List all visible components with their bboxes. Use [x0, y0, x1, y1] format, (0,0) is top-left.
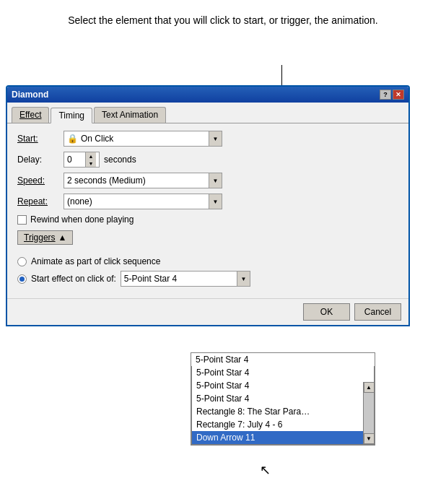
- triggers-label: Triggers: [24, 233, 56, 243]
- scroll-down-button[interactable]: ▼: [364, 433, 375, 444]
- speed-value: 2 seconds (Medium): [67, 175, 219, 186]
- click-of-dropdown-arrow[interactable]: [237, 271, 250, 286]
- click-of-select[interactable]: 5-Point Star 4: [121, 271, 250, 287]
- click-of-label: Start effect on click of:: [31, 274, 116, 284]
- repeat-row: Repeat: (none): [17, 194, 398, 209]
- scroll-track: [364, 393, 374, 433]
- speed-select[interactable]: 2 seconds (Medium): [64, 173, 222, 188]
- repeat-value: (none): [67, 196, 219, 207]
- rewind-checkbox[interactable]: [17, 215, 27, 225]
- help-button[interactable]: ?: [380, 90, 391, 100]
- triggers-button[interactable]: Triggers ▲: [17, 230, 73, 245]
- tab-effect[interactable]: Effect: [12, 107, 49, 123]
- dropdown-item-6[interactable]: Down Arrow 11: [192, 431, 374, 444]
- dropdown-scrollbar[interactable]: ▲ ▼: [363, 382, 374, 444]
- dropdown-item-4[interactable]: Rectangle 8: The Star Para…: [192, 405, 374, 418]
- animate-radio-label: Animate as part of click sequence: [31, 256, 160, 266]
- start-dropdown-arrow[interactable]: [209, 131, 222, 146]
- titlebar-buttons: ? ✕: [380, 90, 404, 100]
- dropdown-item-0[interactable]: 5-Point Star 4: [191, 353, 375, 366]
- triggers-arrow-icon: ▲: [58, 233, 67, 243]
- spin-down[interactable]: ▼: [86, 160, 96, 167]
- instruction-label: Select the element that you will click t…: [68, 14, 378, 26]
- start-label: Start:: [17, 134, 59, 144]
- dropdown-item-3[interactable]: 5-Point Star 4: [192, 392, 374, 405]
- rewind-row: Rewind when done playing: [17, 214, 398, 225]
- animate-radio[interactable]: [17, 257, 27, 266]
- spin-up[interactable]: ▲: [86, 152, 96, 160]
- dialog-footer: OK Cancel: [7, 298, 408, 325]
- delay-label: Delay:: [17, 155, 59, 165]
- start-row: Start: 🔒 On Click: [17, 131, 398, 147]
- close-button[interactable]: ✕: [393, 90, 404, 100]
- cancel-button[interactable]: Cancel: [354, 303, 401, 321]
- instruction-text: Select the element that you will click t…: [0, 0, 446, 35]
- tabs-bar: Effect Timing Text Animation: [7, 103, 408, 123]
- repeat-select[interactable]: (none): [64, 194, 222, 209]
- ok-button[interactable]: OK: [303, 303, 350, 321]
- dropdown-item-1[interactable]: 5-Point Star 4: [192, 366, 374, 379]
- delay-input[interactable]: 0 ▲ ▼: [64, 152, 100, 168]
- delay-value: 0: [67, 155, 72, 165]
- tab-timing[interactable]: Timing: [51, 108, 92, 123]
- tab-text-animation[interactable]: Text Animation: [94, 107, 166, 123]
- delay-spinner[interactable]: ▲ ▼: [85, 152, 96, 167]
- start-value: On Click: [81, 134, 113, 144]
- mouse-cursor: ↖: [260, 462, 271, 478]
- dialog-title: Diamond: [12, 90, 48, 100]
- repeat-dropdown-arrow[interactable]: [209, 194, 222, 209]
- delay-row: Delay: 0 ▲ ▼ seconds: [17, 152, 398, 168]
- dialog-content: Start: 🔒 On Click Delay: 0 ▲ ▼ seconds S…: [7, 123, 408, 298]
- speed-label: Speed:: [17, 175, 59, 186]
- rewind-label: Rewind when done playing: [30, 214, 134, 225]
- animate-radio-row: Animate as part of click sequence: [17, 256, 398, 266]
- dropdown-list: 5-Point Star 4 5-Point Star 4 5-Point St…: [191, 366, 375, 445]
- triggers-section: Triggers ▲: [17, 230, 398, 251]
- delay-suffix: seconds: [104, 155, 136, 165]
- dialog-titlebar: Diamond ? ✕: [7, 87, 408, 103]
- speed-dropdown-arrow[interactable]: [209, 173, 222, 188]
- dialog-box: Diamond ? ✕ Effect Timing Text Animation…: [6, 85, 410, 326]
- dropdown-item-5[interactable]: Rectangle 7: July 4 - 6: [192, 418, 374, 431]
- start-icon: 🔒: [67, 134, 78, 144]
- click-of-radio[interactable]: [17, 274, 27, 284]
- dropdown-item-2[interactable]: 5-Point Star 4: [192, 379, 374, 392]
- cancel-label: ncel: [375, 307, 391, 317]
- click-of-radio-row: Start effect on click of: 5-Point Star 4: [17, 271, 398, 287]
- dropdown-popup: 5-Point Star 4 5-Point Star 4 5-Point St…: [191, 352, 375, 446]
- speed-row: Speed: 2 seconds (Medium): [17, 173, 398, 188]
- start-select[interactable]: 🔒 On Click: [64, 131, 222, 147]
- scroll-up-button[interactable]: ▲: [364, 382, 375, 393]
- click-of-value: 5-Point Star 4: [124, 274, 247, 284]
- repeat-label: Repeat:: [17, 196, 59, 207]
